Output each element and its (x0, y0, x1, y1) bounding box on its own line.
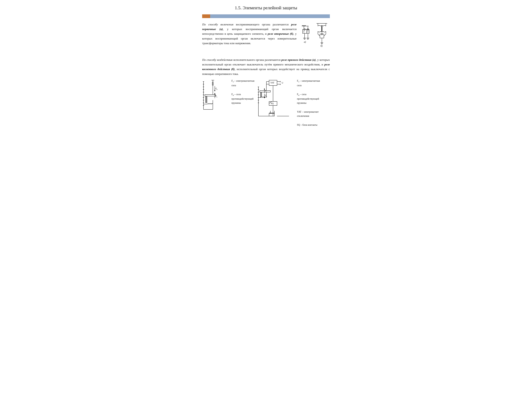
svg-marker-56 (214, 90, 215, 91)
header-bar (202, 14, 330, 18)
header-bar-orange (202, 14, 210, 18)
section1-diagram: а) б) (301, 22, 330, 52)
svg-text:п: п (266, 95, 267, 97)
svg-marker-75 (264, 88, 265, 89)
diagram-a-svg: F э F п (202, 79, 229, 114)
svg-text:ø: ø (280, 80, 281, 82)
section2-relay-direct: реле прямого действия (а) (281, 58, 316, 61)
diagram-b-svg: F э F п YAT ø ø U (257, 79, 294, 119)
legend-right-yat: YAT – электромагнитотключения (297, 110, 320, 118)
svg-rect-46 (205, 95, 215, 96)
svg-marker-48 (214, 93, 215, 94)
page-title: 1.5. Элементы релейной защиты (202, 5, 330, 10)
svg-line-29 (318, 34, 320, 36)
svg-text:а): а) (304, 41, 306, 43)
svg-rect-23 (320, 34, 324, 38)
legend-left-fp: Fп – силапротиводействующейпружины (231, 92, 254, 105)
section2-diagrams: F э F п Fэ – электромагн (202, 79, 330, 128)
section2-relay-indirect: реле косвенного действия (б) (202, 63, 330, 71)
svg-text:э: э (266, 91, 267, 93)
svg-rect-100 (269, 114, 274, 116)
svg-text:ø: ø (280, 83, 281, 85)
svg-text:э: э (216, 96, 217, 98)
section2-italic: По способу воздействия (202, 58, 233, 61)
legend-right-sq: SQ – блок-контакты (297, 123, 320, 127)
legend-right-fp: Fп – силапротиводействующейпружины (297, 92, 320, 105)
legend-right-fe: Fэ – электромагнитнаясила (297, 79, 320, 88)
svg-line-30 (324, 34, 326, 36)
svg-rect-72 (260, 92, 262, 97)
svg-text:б): б) (321, 44, 323, 47)
legend-left-fe: Fэ – электромагнитнаясила (231, 79, 254, 88)
svg-marker-79 (264, 97, 265, 98)
section2: По способу воздействия исполнительного о… (202, 57, 330, 128)
svg-text:SQ: SQ (271, 102, 274, 105)
section1-svg: а) б) (301, 22, 330, 51)
svg-text:YAT: YAT (270, 82, 274, 84)
svg-text:U: U (282, 82, 283, 84)
diagram-right: F э F п YAT ø ø U (257, 79, 320, 128)
section1: По способу включения воспринимающего орг… (202, 22, 330, 52)
section1-text: По способу включения воспринимающего орг… (202, 22, 297, 45)
legend-right: Fэ – электромагнитнаясила Fп – силапроти… (297, 79, 320, 128)
svg-text:п: п (216, 89, 217, 90)
section2-text: По способу воздействия исполнительного о… (202, 57, 330, 76)
section1-relay-secondary: реле вторичные (б) (268, 32, 293, 35)
svg-rect-2 (303, 29, 307, 33)
section1-italic: По способу включения (202, 23, 234, 26)
legend-left: Fэ – электромагнитнаясила Fп – силапроти… (231, 79, 254, 106)
svg-rect-45 (205, 96, 207, 103)
header-bar-blue (210, 14, 330, 18)
diagram-left: F э F п Fэ – электромагн (202, 79, 254, 114)
